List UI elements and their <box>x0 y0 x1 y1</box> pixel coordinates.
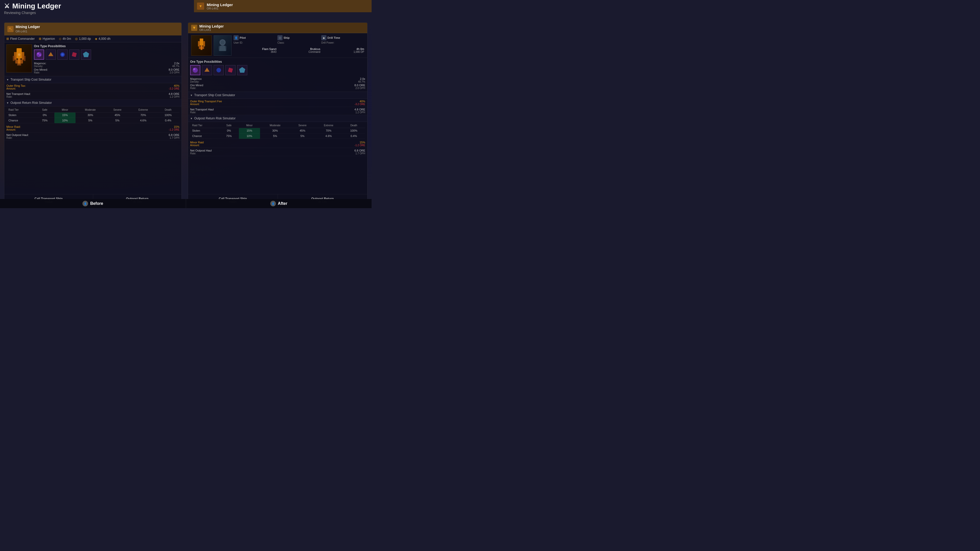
drill-power-label-rp: Drill Power: <box>321 41 364 44</box>
outer-ring-label: Outer Ring Tax: <box>6 84 26 87</box>
amount-label: Amount: <box>6 87 26 90</box>
minor-raid-label: Minor Raid: <box>6 125 21 128</box>
rp-net-haul-label: Net Transport Haul <box>190 108 213 111</box>
density-value: 48.7% <box>172 65 180 68</box>
footer-after-label: After <box>278 201 287 206</box>
header-right-text: Mining Ledger OR-L4X1 <box>207 3 233 10</box>
rp-ore-mined-value: 8.0 ORE <box>355 84 365 87</box>
class-label-rp: Class: <box>277 41 320 44</box>
rp-ore-icon-5[interactable] <box>237 65 247 75</box>
rp-col-minor: Minor <box>239 123 260 128</box>
ore-icon-magenox[interactable] <box>34 49 44 60</box>
right-panel: ▼ Mining Ledger OR-L4X1 <box>186 21 372 208</box>
rp-magenox-value: 2.0x <box>358 77 365 80</box>
footer-before-label: Before <box>90 201 103 206</box>
svg-point-11 <box>39 54 41 56</box>
risk-section-title: Outpost Return Risk Simulator <box>11 101 52 105</box>
outer-ring-row: Outer Ring Tax: Amount: 40% -3.2 ORE <box>4 83 181 91</box>
col-raid-tier: Raid Tier <box>6 107 35 113</box>
tab-dp-icon: ◎ <box>75 37 78 41</box>
rp-chance-label: Chance <box>190 133 219 139</box>
chance-extreme: 4.6% <box>130 118 157 123</box>
outpost-rate-label: Rate: <box>6 137 29 139</box>
rp-col-severe: Severe <box>290 123 315 128</box>
ore-icon-2[interactable] <box>46 49 56 60</box>
left-card-header: ⛏ Mining Ledger OR-L4X1 <box>4 23 181 35</box>
rp-ore-icon-1[interactable] <box>190 65 200 75</box>
table-row-chance: Chance 75% 10% 5% 5% 4.6% 0.4% <box>6 118 180 123</box>
rp-table-row-chance: Chance 75% 10% 5% 5% 4.6% 0.4% <box>190 133 365 139</box>
ore-icon-5[interactable] <box>81 49 91 60</box>
rp-ore-icon-4[interactable] <box>225 65 235 75</box>
rp-amount-label: Amount: <box>190 103 222 106</box>
outpost-rate-value: 1.7 OPH <box>169 137 180 139</box>
rp-stolen-moderate: 30% <box>260 128 290 133</box>
rp-chance-extreme: 4.6% <box>315 133 342 139</box>
left-card-subtitle: OR-L4X1 <box>16 30 27 33</box>
rp-transport-title: Transport Ship Cost Simulator <box>194 94 235 97</box>
transport-section-header[interactable]: ▼ Transport Ship Cost Simulator <box>4 76 181 83</box>
ore-icon-4[interactable] <box>69 49 80 60</box>
rp-outpost-rate-label: Rate: <box>190 152 212 155</box>
net-haul-label: Net Transport Haul: <box>6 92 30 95</box>
rp-density-value: 48.7% <box>358 80 365 83</box>
rp-col-moderate: Moderate <box>260 123 290 128</box>
ship-label-rp: Ship <box>283 36 290 39</box>
risk-collapse-icon: ▼ <box>6 102 9 104</box>
pilot-values: Flam Sanct 3643 <box>234 48 277 56</box>
rp-transport-header[interactable]: ▼ Transport Ship Cost Simulator <box>188 92 367 99</box>
rp-density-label: Density: <box>190 80 202 83</box>
magenox-label: Magenox: <box>34 62 46 65</box>
rp-risk-header[interactable]: ▼ Outpost Return Risk Simulator <box>188 115 367 122</box>
stolen-moderate: 30% <box>76 113 105 118</box>
transport-collapse-icon: ▼ <box>6 78 9 81</box>
tab-time[interactable]: ◇ 4h 0m <box>59 37 71 41</box>
rp-magenox-label: Magenox <box>190 77 202 80</box>
svg-rect-19 <box>203 41 205 46</box>
col-minor: Minor <box>54 107 75 113</box>
chance-label: Chance <box>6 118 35 123</box>
svg-point-9 <box>37 52 41 57</box>
rp-ship-svg <box>194 37 208 54</box>
drill-power-rp: 1,000 DP <box>321 51 364 53</box>
ore-icon-3[interactable] <box>57 49 68 60</box>
chance-death: 0.4% <box>157 118 180 123</box>
stolen-minor: 15% <box>54 113 75 118</box>
tab-hyperion-icon: ⊞ <box>39 37 41 41</box>
rp-chance-severe: 5% <box>290 133 315 139</box>
col-moderate: Moderate <box>76 107 105 113</box>
minor-raid-value: 15% <box>169 125 180 128</box>
ship-name-rp: Bruticus <box>277 48 320 51</box>
pilot-name: Flam Sanct <box>234 48 277 51</box>
svg-point-27 <box>193 68 195 70</box>
rp-net-haul-row: Net Transport Haul Rate: 4.8 ORE 1.2 OPH <box>188 107 367 115</box>
rp-rate-value: 2.0 OPH <box>355 87 365 89</box>
svg-point-29 <box>216 68 221 73</box>
risk-section-header[interactable]: ▼ Outpost Return Risk Simulator <box>4 100 181 106</box>
ship-values: Bruticus Command <box>277 48 320 56</box>
minor-amount-value: -1.2 ORE <box>169 128 180 131</box>
outer-ring-value: 40% <box>169 84 180 87</box>
pilot-avatar-svg <box>216 38 229 53</box>
header-right-subtitle: OR-L4X1 <box>207 7 233 10</box>
pilot-info-grid: 👤 Pilot User ID: ⬡ Ship Class: <box>234 35 364 56</box>
tab-dh[interactable]: ◈ 4,000 dh <box>95 37 110 41</box>
col-extreme: Extreme <box>130 107 157 113</box>
magenox-row: Magenox: Density: 2.0x 48.7% <box>34 62 180 68</box>
net-outpost-row: Net Outpost Haul: Rate: 6.8 ORE 1.7 OPH <box>4 132 181 141</box>
tab-hyperion[interactable]: ⊞ Hyperion <box>39 37 55 41</box>
chance-safe: 75% <box>35 118 54 123</box>
rp-ore-icon-3[interactable] <box>213 65 224 75</box>
tab-fleet-commander[interactable]: ⊞ Fleet Commander <box>6 37 35 41</box>
ship-image <box>6 44 32 73</box>
footer-after-icon: 👤 <box>270 201 276 206</box>
rate-value: 2.0 OPH <box>169 71 180 74</box>
stolen-extreme: 70% <box>130 113 157 118</box>
rp-header-icon: ▼ <box>191 25 197 31</box>
ship-icon: ⬡ <box>277 35 283 40</box>
tab-dp[interactable]: ◎ 1,000 dp <box>75 37 91 41</box>
svg-point-23 <box>221 40 224 44</box>
raid-table-container: Raid Tier Safe Minor Moderate Severe Ext… <box>4 106 181 124</box>
rp-ore-icon-2[interactable] <box>202 65 212 75</box>
header-right-title: Mining Ledger <box>207 3 233 7</box>
